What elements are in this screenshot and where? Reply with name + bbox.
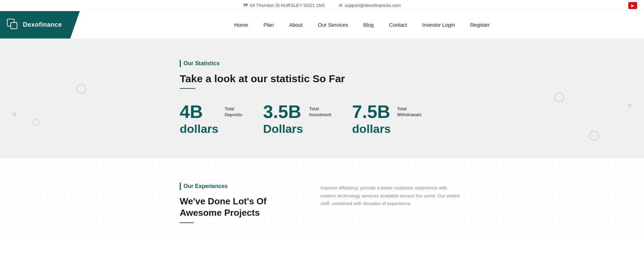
experiences-content: Our Experiences We've Done Lot's OfAweso… [166, 182, 478, 223]
label-bar [180, 60, 181, 67]
stat-withdrawals-unit: dollars [352, 121, 391, 137]
stats-divider [180, 88, 195, 89]
deco-circle-2 [554, 93, 564, 102]
deco-circle-3 [589, 131, 599, 140]
deco-circle-1 [76, 84, 86, 94]
exp-left: Our Experiences We've Done Lot's OfAweso… [180, 182, 299, 223]
nav-home[interactable]: Home [227, 22, 256, 28]
stat-withdrawals-label1: Total [397, 106, 422, 112]
address-icon: 🗺 [243, 3, 248, 8]
stats-content: Our Statistics Take a look at our statis… [166, 60, 478, 137]
nav-register[interactable]: Register [463, 22, 497, 28]
nav-investor-login[interactable]: Investor Login [415, 22, 463, 28]
stat-deposits-number: 4B [180, 103, 218, 121]
stat-withdrawals-number: 7.5B [352, 103, 391, 121]
stat-investment: 3.5B Dollars Total Investment [263, 103, 331, 137]
stat-investment-label1: Total [309, 106, 331, 112]
exp-label-bar [180, 182, 181, 190]
deco-x-2: × [627, 101, 632, 110]
youtube-button[interactable]: ▶ [628, 2, 637, 9]
header: Dexofinance Home Plan About Our Services… [0, 11, 644, 39]
top-bar: 🗺 64 Thornton St HURSLEY SO21 1NS ✉ supp… [0, 0, 644, 11]
main-nav: Home Plan About Our Services Blog Contac… [80, 11, 644, 39]
exp-label-text: Our Experiences [184, 183, 228, 189]
logo-text: Dexofinance [23, 21, 62, 28]
stats-section: × × Our Statistics Take a look at our st… [0, 39, 644, 158]
stat-withdrawals-label2: Withdrawals [397, 112, 422, 118]
stat-deposits: 4B dollars Total Deposits [180, 103, 242, 137]
address-text: 64 Thornton St HURSLEY SO21 1NS [250, 3, 325, 8]
stat-deposits-label1: Total [224, 106, 242, 112]
stats-section-label: Our Statistics [180, 60, 464, 67]
logo-area: Dexofinance [0, 11, 80, 39]
email-item: ✉ support@dexofinances.com [339, 3, 400, 8]
exp-right: Improve efficiency, provide a better cus… [320, 182, 464, 208]
youtube-icon: ▶ [631, 3, 634, 8]
deco-dot-circle-1 [32, 119, 40, 126]
stat-deposits-label2: Deposits [224, 112, 242, 118]
stat-withdrawals: 7.5B dollars Total Withdrawals [352, 103, 422, 137]
exp-description: Improve efficiency, provide a better cus… [320, 184, 464, 208]
stats-label-text: Our Statistics [184, 60, 220, 67]
nav-about[interactable]: About [281, 22, 310, 28]
stat-investment-label2: Investment [309, 112, 331, 118]
nav-blog[interactable]: Blog [356, 22, 381, 28]
nav-services[interactable]: Our Services [310, 22, 356, 28]
stat-investment-number: 3.5B [263, 103, 303, 121]
email-text: support@dexofinances.com [345, 3, 400, 8]
exp-heading: We've Done Lot's OfAwesome Projects [180, 196, 299, 219]
nav-contact[interactable]: Contact [381, 22, 415, 28]
stats-heading: Take a look at our statistic So Far [180, 73, 464, 85]
stats-row: 4B dollars Total Deposits 3.5B Dollars T… [180, 103, 464, 137]
exp-divider [180, 222, 194, 223]
exp-section-label: Our Experiences [180, 182, 299, 190]
stat-deposits-unit: dollars [180, 121, 218, 137]
experiences-section: Our Experiences We've Done Lot's OfAweso… [0, 158, 644, 241]
deco-x-1: × [12, 110, 17, 119]
email-icon: ✉ [339, 3, 342, 8]
logo-icon [7, 19, 19, 31]
stat-investment-unit: Dollars [263, 121, 303, 137]
nav-plan[interactable]: Plan [256, 22, 281, 28]
address-item: 🗺 64 Thornton St HURSLEY SO21 1NS [243, 3, 325, 8]
